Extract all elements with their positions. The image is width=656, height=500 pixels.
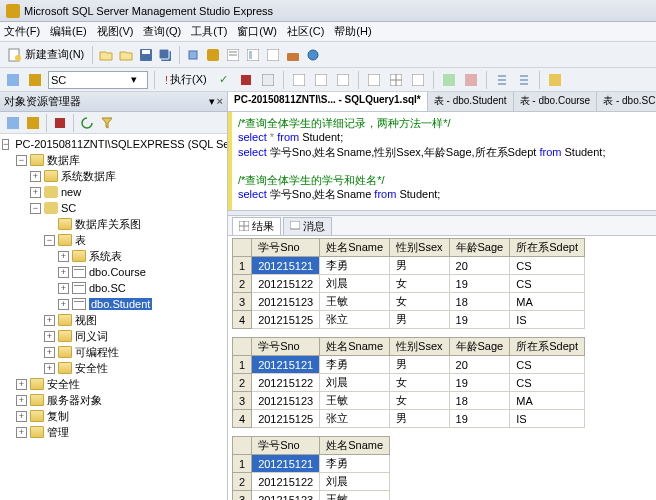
table-row[interactable]: 2201215122刘晨女19CS <box>233 275 585 293</box>
table-row[interactable]: 2201215122刘晨 <box>233 473 390 491</box>
object-explorer-toolbar <box>0 112 227 134</box>
comment-icon[interactable] <box>440 71 458 89</box>
uncomment-icon[interactable] <box>462 71 480 89</box>
browser-icon[interactable] <box>304 46 322 64</box>
table-row[interactable]: 1201215121李勇男20CS <box>233 356 585 374</box>
dropdown-icon[interactable]: ▾ <box>209 95 215 108</box>
views-node[interactable]: +视图 <box>2 312 225 328</box>
result-grid-2: 学号Sno姓名Sname性别Ssex年龄Sage所在系Sdept 1201215… <box>232 337 656 428</box>
menu-tools[interactable]: 工具(T) <box>191 24 227 39</box>
table-row[interactable]: 1201215121李勇男20CS <box>233 257 585 275</box>
db-new-node[interactable]: +new <box>2 184 225 200</box>
svg-rect-19 <box>262 74 274 86</box>
object-explorer-icon[interactable] <box>204 46 222 64</box>
databases-node[interactable]: −数据库 <box>2 152 225 168</box>
connect-server-icon[interactable] <box>4 114 22 132</box>
database-combo[interactable]: ▾ <box>48 71 148 89</box>
close-icon[interactable]: × <box>217 95 223 108</box>
filter-icon[interactable] <box>98 114 116 132</box>
menu-view[interactable]: 视图(V) <box>97 24 134 39</box>
table-student-node[interactable]: +dbo.Student <box>2 296 225 312</box>
management-node[interactable]: +管理 <box>2 424 225 440</box>
svg-rect-33 <box>55 118 65 128</box>
diagrams-node[interactable]: 数据库关系图 <box>2 216 225 232</box>
menu-window[interactable]: 窗口(W) <box>237 24 277 39</box>
svg-rect-6 <box>189 51 197 59</box>
object-tree: −PC-20150811ZNTI\SQLEXPRESS (SQL Ser −数据… <box>0 134 227 500</box>
svg-rect-23 <box>368 74 380 86</box>
results-grid-icon[interactable] <box>387 71 405 89</box>
tab-student[interactable]: 表 - dbo.Student <box>428 92 514 111</box>
table-row[interactable]: 2201215122刘晨女19CS <box>233 374 585 392</box>
table-row[interactable]: 4201215125张立男19IS <box>233 410 585 428</box>
stop-icon[interactable] <box>51 114 69 132</box>
summary-icon[interactable] <box>224 46 242 64</box>
menu-community[interactable]: 社区(C) <box>287 24 324 39</box>
refresh-icon[interactable] <box>78 114 96 132</box>
svg-rect-16 <box>7 74 19 86</box>
execute-button[interactable]: ! 执行(X) <box>161 72 211 87</box>
sys-db-node[interactable]: +系统数据库 <box>2 168 225 184</box>
sys-tables-node[interactable]: +系统表 <box>2 248 225 264</box>
include-plan-icon[interactable] <box>312 71 330 89</box>
menu-help[interactable]: 帮助(H) <box>334 24 371 39</box>
toolbox-icon[interactable] <box>284 46 302 64</box>
outdent-icon[interactable] <box>515 71 533 89</box>
menu-file[interactable]: 文件(F) <box>4 24 40 39</box>
registered-servers-icon[interactable] <box>184 46 202 64</box>
parse-icon[interactable]: ✓ <box>215 71 233 89</box>
toolbar-sql: ▾ ! 执行(X) ✓ <box>0 68 656 92</box>
tables-node[interactable]: −表 <box>2 232 225 248</box>
server-objects-node[interactable]: +服务器对象 <box>2 392 225 408</box>
open-db-icon[interactable] <box>117 46 135 64</box>
change-connection-icon[interactable] <box>26 71 44 89</box>
template-icon[interactable] <box>264 46 282 64</box>
security-node[interactable]: +安全性 <box>2 376 225 392</box>
connect-icon[interactable] <box>4 71 22 89</box>
replication-node[interactable]: +复制 <box>2 408 225 424</box>
table-row[interactable]: 3201215123王敏女18MA <box>233 293 585 311</box>
svg-rect-20 <box>293 74 305 86</box>
svg-rect-11 <box>247 49 259 61</box>
messages-tab[interactable]: 消息 <box>283 217 332 235</box>
save-icon[interactable] <box>137 46 155 64</box>
object-explorer: 对象资源管理器 ▾ × −PC-20150811ZNTI\SQLEXPRESS … <box>0 92 228 500</box>
include-stats-icon[interactable] <box>334 71 352 89</box>
menu-edit[interactable]: 编辑(E) <box>50 24 87 39</box>
result-grid-3: 学号Sno姓名Sname 1201215121李勇2201215122刘晨320… <box>232 436 656 500</box>
database-input[interactable] <box>51 74 131 86</box>
programmability-node[interactable]: +可编程性 <box>2 344 225 360</box>
indent-icon[interactable] <box>493 71 511 89</box>
design-query-icon[interactable] <box>290 71 308 89</box>
db-sc-node[interactable]: −SC <box>2 200 225 216</box>
display-plan-icon[interactable] <box>259 71 277 89</box>
new-query-button[interactable]: 新建查询(N) <box>4 47 88 62</box>
table-row[interactable]: 4201215125张立男19IS <box>233 311 585 329</box>
synonyms-node[interactable]: +同义词 <box>2 328 225 344</box>
sql-editor[interactable]: /*查询全体学生的详细记录，两种方法一样*/ select * from Stu… <box>228 112 656 210</box>
server-node[interactable]: −PC-20150811ZNTI\SQLEXPRESS (SQL Ser <box>2 136 225 152</box>
disconnect-icon[interactable] <box>24 114 42 132</box>
table-sc-node[interactable]: +dbo.SC <box>2 280 225 296</box>
tab-query[interactable]: PC-20150811ZNTI\S... - SQLQuery1.sql* <box>228 92 428 111</box>
security-db-node[interactable]: +安全性 <box>2 360 225 376</box>
menu-query[interactable]: 查询(Q) <box>143 24 181 39</box>
open-icon[interactable] <box>97 46 115 64</box>
properties-icon[interactable] <box>244 46 262 64</box>
table-row[interactable]: 3201215123王敏 <box>233 491 390 501</box>
specify-values-icon[interactable] <box>546 71 564 89</box>
table-row[interactable]: 3201215123王敏女18MA <box>233 392 585 410</box>
results-file-icon[interactable] <box>409 71 427 89</box>
results-text-icon[interactable] <box>365 71 383 89</box>
tab-sc[interactable]: 表 - dbo.SC <box>597 92 656 111</box>
save-all-icon[interactable] <box>157 46 175 64</box>
svg-rect-27 <box>412 74 424 86</box>
table-course-node[interactable]: +dbo.Course <box>2 264 225 280</box>
cancel-icon[interactable] <box>237 71 255 89</box>
table-row[interactable]: 1201215121李勇 <box>233 455 390 473</box>
menubar: 文件(F) 编辑(E) 视图(V) 查询(Q) 工具(T) 窗口(W) 社区(C… <box>0 22 656 42</box>
tab-course[interactable]: 表 - dbo.Course <box>514 92 598 111</box>
results-tab[interactable]: 结果 <box>232 217 281 235</box>
app-title: Microsoft SQL Server Management Studio E… <box>24 5 273 17</box>
message-icon <box>290 221 300 231</box>
